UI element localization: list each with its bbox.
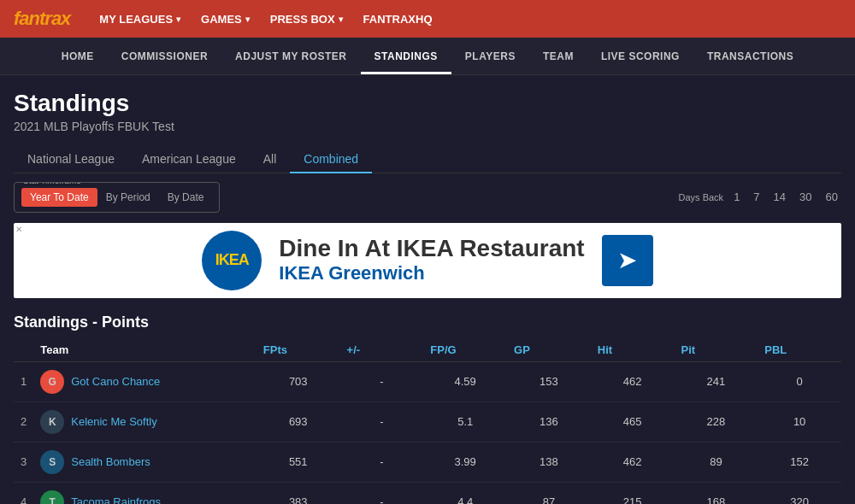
stat-timeframe-row: Stat Timeframe Year To Date By Period By…: [14, 173, 841, 220]
gp-cell: 87: [507, 482, 591, 504]
ikea-logo: IKEA: [202, 231, 262, 290]
pbl-cell: 152: [758, 442, 841, 482]
rank-cell: 4: [14, 482, 33, 504]
col-fpg[interactable]: FP/G: [423, 338, 507, 362]
sec-nav-commissioner[interactable]: COMMISSIONER: [108, 38, 221, 74]
hit-cell: 465: [591, 401, 675, 442]
fpts-cell: 693: [256, 401, 340, 442]
avatar: S: [40, 450, 64, 474]
tab-national-league[interactable]: National League: [14, 145, 128, 173]
sec-nav-home[interactable]: HOME: [48, 38, 108, 74]
timeframe-year-to-date[interactable]: Year To Date: [21, 188, 97, 207]
col-hit[interactable]: Hit: [591, 338, 675, 362]
days-back-14[interactable]: 14: [770, 189, 789, 205]
chevron-down-icon: ▾: [245, 15, 250, 24]
plusminus-cell: -: [340, 401, 424, 442]
sec-nav: HOME COMMISSIONER ADJUST MY ROSTER STAND…: [0, 38, 855, 75]
rank-cell: 2: [14, 401, 33, 442]
sec-nav-standings[interactable]: STANDINGS: [361, 38, 451, 74]
days-back-label: Days Back: [679, 192, 724, 202]
ad-subtitle: IKEA Greenwich: [279, 262, 584, 284]
page-content: Standings 2021 MLB Playoffs FBUK Test Na…: [0, 75, 855, 504]
days-back-30[interactable]: 30: [796, 189, 815, 205]
table-row: 1 G Got Cano Chance 703 - 4.59 153 462 2…: [14, 361, 841, 401]
days-back-60[interactable]: 60: [823, 189, 841, 205]
hit-cell: 462: [591, 442, 675, 482]
col-team: Team: [33, 338, 256, 362]
team-name-link[interactable]: Tacoma Rainfrogs: [71, 495, 161, 504]
fpg-cell: 4.4: [423, 482, 507, 504]
nav-games[interactable]: GAMES ▾: [192, 8, 258, 31]
hit-cell: 462: [591, 361, 675, 401]
chevron-down-icon: ▾: [176, 15, 180, 24]
logo-fan: fan: [14, 8, 39, 29]
avatar: K: [40, 410, 64, 434]
col-pit[interactable]: Pit: [675, 338, 758, 362]
avatar: G: [40, 370, 64, 394]
nav-my-leagues[interactable]: MY LEAGUES ▾: [91, 8, 189, 31]
ad-icon: ➤: [602, 235, 653, 286]
ad-close[interactable]: ✕: [15, 225, 22, 234]
col-fpts[interactable]: FPts: [256, 338, 340, 362]
team-cell: K Kelenic Me Softly: [33, 401, 256, 442]
hit-cell: 215: [591, 482, 675, 504]
sec-nav-live-scoring[interactable]: LIVE SCORING: [587, 38, 693, 74]
avatar: T: [40, 490, 64, 504]
table-row: 3 S Sealth Bombers 551 - 3.99 138 462 89…: [14, 442, 841, 482]
page-subtitle: 2021 MLB Playoffs FBUK Test: [14, 120, 841, 133]
nav-press-box[interactable]: PRESS BOX ▾: [262, 8, 351, 31]
gp-cell: 136: [507, 401, 591, 442]
pbl-cell: 10: [758, 401, 841, 442]
fpg-cell: 3.99: [423, 442, 507, 482]
gp-cell: 138: [507, 442, 591, 482]
plusminus-cell: -: [340, 482, 424, 504]
plusminus-cell: -: [340, 442, 424, 482]
team-name-link[interactable]: Kelenic Me Softly: [71, 415, 156, 428]
team-cell: G Got Cano Chance: [33, 361, 256, 401]
fpg-cell: 4.59: [423, 361, 507, 401]
team-name-link[interactable]: Got Cano Chance: [71, 375, 160, 388]
tab-combined[interactable]: Combined: [290, 145, 372, 173]
pbl-cell: 0: [758, 361, 841, 401]
pit-cell: 228: [675, 401, 758, 442]
ad-inner: IKEA Dine In At IKEA Restaurant IKEA Gre…: [185, 223, 669, 298]
fpg-cell: 5.1: [423, 401, 507, 442]
team-name-link[interactable]: Sealth Bombers: [71, 455, 150, 468]
top-nav-links: MY LEAGUES ▾ GAMES ▾ PRESS BOX ▾ FANTRAX…: [91, 8, 440, 31]
pit-cell: 241: [675, 361, 758, 401]
tab-all[interactable]: All: [250, 145, 291, 173]
tab-american-league[interactable]: American League: [128, 145, 250, 173]
table-row: 2 K Kelenic Me Softly 693 - 5.1 136 465 …: [14, 401, 841, 442]
team-cell: T Tacoma Rainfrogs: [33, 482, 256, 504]
rank-cell: 1: [14, 361, 33, 401]
page-title: Standings: [14, 89, 841, 118]
sec-nav-adjust-roster[interactable]: ADJUST MY ROSTER: [221, 38, 360, 74]
fpts-cell: 703: [256, 361, 340, 401]
col-plusminus[interactable]: +/-: [340, 338, 424, 362]
standings-table: Team FPts +/- FP/G GP Hit Pit PBL 1 G Go…: [14, 338, 841, 504]
fpts-cell: 551: [256, 442, 340, 482]
timeframe-by-date[interactable]: By Date: [159, 188, 213, 207]
logo-trax: trax: [39, 8, 70, 29]
plusminus-cell: -: [340, 361, 424, 401]
col-gp[interactable]: GP: [507, 338, 591, 362]
stat-timeframe-label: Stat Timeframe: [21, 182, 83, 185]
sec-nav-team[interactable]: TEAM: [529, 38, 587, 74]
days-back-section: Days Back 1 7 14 30 60: [679, 189, 841, 205]
days-back-1[interactable]: 1: [730, 189, 743, 205]
standings-section: Standings - Points Team FPts +/- FP/G GP…: [14, 307, 841, 504]
tabs-row: National League American League All Comb…: [14, 145, 841, 173]
timeframe-by-period[interactable]: By Period: [97, 188, 159, 207]
sec-nav-players[interactable]: PLAYERS: [451, 38, 529, 74]
pit-cell: 168: [675, 482, 758, 504]
chevron-down-icon: ▾: [339, 15, 343, 24]
logo[interactable]: fantrax: [14, 8, 70, 30]
nav-fantraxhq[interactable]: FANTRAXHQ: [355, 8, 441, 31]
stat-timeframe-controls: Stat Timeframe Year To Date By Period By…: [14, 182, 220, 213]
days-back-7[interactable]: 7: [750, 189, 763, 205]
rank-cell: 3: [14, 442, 33, 482]
standings-section-title: Standings - Points: [14, 307, 841, 338]
col-pbl[interactable]: PBL: [758, 338, 841, 362]
sec-nav-transactions[interactable]: TRANSACTIONS: [693, 38, 807, 74]
team-cell: S Sealth Bombers: [33, 442, 256, 482]
